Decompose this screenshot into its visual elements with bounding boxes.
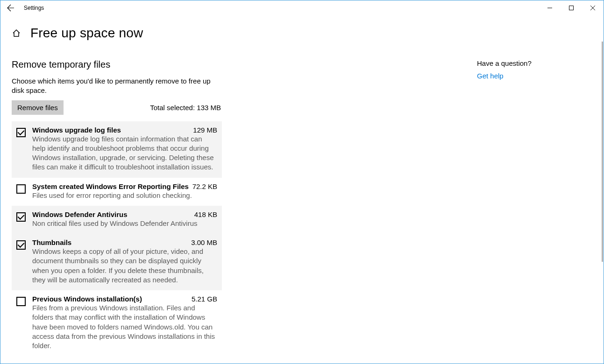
help-sidebar: Have a question? Get help	[322, 59, 532, 362]
file-item[interactable]: Thumbnails3.00 MBWindows keeps a copy of…	[12, 234, 222, 290]
arrow-left-icon	[7, 4, 14, 12]
minimize-button[interactable]	[539, 0, 561, 15]
scrollbar-thumb[interactable]	[602, 42, 603, 262]
maximize-icon	[569, 6, 574, 10]
svg-rect-0	[569, 6, 574, 10]
home-icon	[12, 28, 21, 38]
item-size: 418 KB	[194, 210, 217, 218]
window-title: Settings	[24, 5, 44, 11]
file-item[interactable]: Windows upgrade log files129 MBWindows u…	[12, 121, 222, 178]
home-button[interactable]	[11, 28, 22, 39]
item-size: 5.21 GB	[192, 295, 217, 303]
item-checkbox[interactable]	[16, 212, 26, 222]
page-header: Free up space now	[0, 15, 604, 41]
file-item[interactable]: Previous Windows installation(s)5.21 GBF…	[12, 290, 222, 356]
item-title: System created Windows Error Reporting F…	[32, 182, 189, 190]
back-button[interactable]	[0, 0, 21, 15]
get-help-link[interactable]: Get help	[477, 72, 532, 80]
item-description: Non critical files used by Windows Defen…	[32, 219, 217, 228]
minimize-icon	[547, 6, 552, 10]
item-description: Files from a previous Windows installati…	[32, 303, 217, 350]
file-item[interactable]: System created Windows Error Reporting F…	[12, 178, 222, 206]
close-button[interactable]	[582, 0, 604, 15]
item-checkbox[interactable]	[16, 297, 26, 306]
action-row: Remove files Total selected: 133 MB	[12, 100, 221, 115]
total-selected: Total selected: 133 MB	[150, 104, 221, 112]
file-item[interactable]: Temporary Internet Files608 KBThe Tempor…	[12, 356, 222, 362]
item-size: 3.00 MB	[191, 238, 217, 246]
section-description: Choose which items you'd like to permane…	[12, 77, 217, 96]
item-checkbox[interactable]	[16, 128, 26, 137]
page-title: Free up space now	[30, 26, 143, 41]
item-description: Windows upgrade log files contain inform…	[32, 134, 217, 172]
main-content: Remove temporary files Choose which item…	[0, 59, 322, 362]
maximize-button[interactable]	[561, 0, 582, 15]
item-size: 129 MB	[193, 126, 217, 134]
item-description: Files used for error reporting and solut…	[32, 191, 217, 200]
item-checkbox[interactable]	[16, 184, 26, 194]
help-question: Have a question?	[477, 59, 532, 67]
item-size: 608 KB	[194, 361, 217, 362]
titlebar: Settings	[0, 0, 604, 15]
item-title: Thumbnails	[32, 238, 71, 246]
item-checkbox[interactable]	[16, 240, 26, 250]
close-icon	[590, 6, 595, 10]
item-title: Windows Defender Antivirus	[32, 210, 128, 218]
item-size: 72.2 KB	[192, 182, 217, 190]
item-title: Previous Windows installation(s)	[32, 295, 142, 303]
section-title: Remove temporary files	[12, 59, 322, 70]
item-title: Windows upgrade log files	[32, 126, 121, 134]
file-items-list: Windows upgrade log files129 MBWindows u…	[12, 121, 222, 362]
item-title: Temporary Internet Files	[32, 361, 114, 362]
file-item[interactable]: Windows Defender Antivirus418 KBNon crit…	[12, 206, 222, 234]
remove-files-button[interactable]: Remove files	[12, 100, 64, 115]
window-controls	[539, 0, 604, 15]
item-description: Windows keeps a copy of all of your pict…	[32, 247, 217, 285]
